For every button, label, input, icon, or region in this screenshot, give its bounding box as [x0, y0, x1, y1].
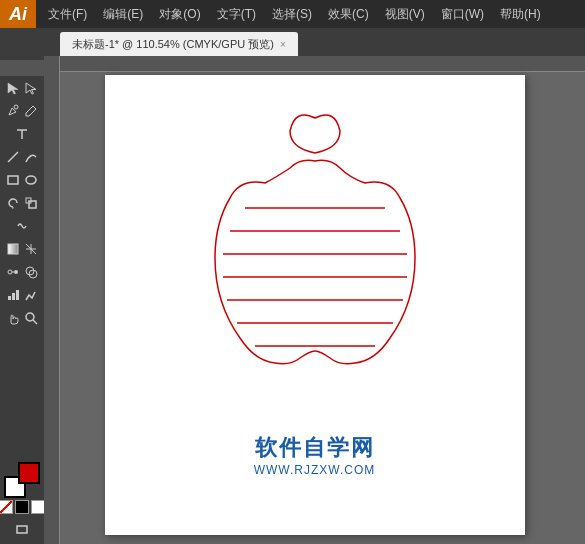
menu-select[interactable]: 选择(S) — [264, 0, 320, 28]
zoom-tool[interactable] — [22, 307, 40, 329]
blend-tool[interactable] — [4, 261, 22, 283]
apple-logo-container: 软件自学网 WWW.RJZXW.COM — [185, 103, 445, 477]
menu-bar: Ai 文件(F) 编辑(E) 对象(O) 文字(T) 选择(S) 效果(C) 视… — [0, 0, 585, 28]
watermark-url: WWW.RJZXW.COM — [254, 463, 376, 477]
main-area: 软件自学网 WWW.RJZXW.COM — [0, 56, 585, 544]
hand-tool[interactable] — [4, 307, 22, 329]
fill-stroke-swatches[interactable] — [4, 462, 40, 498]
menu-object[interactable]: 对象(O) — [151, 0, 208, 28]
menu-text[interactable]: 文字(T) — [209, 0, 264, 28]
menu-file[interactable]: 文件(F) — [40, 0, 95, 28]
paint-tool-group — [4, 238, 40, 260]
shape-tool-group — [4, 169, 40, 191]
svg-rect-3 — [29, 201, 36, 208]
graph-tool-group — [4, 284, 40, 306]
menu-edit[interactable]: 编辑(E) — [95, 0, 151, 28]
canvas-area[interactable]: 软件自学网 WWW.RJZXW.COM — [44, 56, 585, 544]
document-canvas: 软件自学网 WWW.RJZXW.COM — [105, 75, 525, 535]
selection-tool[interactable] — [4, 77, 22, 99]
gradient-tool[interactable] — [4, 238, 22, 260]
pencil-tool[interactable] — [22, 100, 40, 122]
svg-rect-5 — [8, 244, 18, 254]
tab-close-button[interactable]: × — [280, 39, 286, 50]
vertical-ruler — [44, 56, 60, 544]
menu-items: 文件(F) 编辑(E) 对象(O) 文字(T) 选择(S) 效果(C) 视图(V… — [36, 0, 549, 28]
type-tool[interactable] — [4, 123, 40, 145]
rotate-tool[interactable] — [4, 192, 22, 214]
pen-tool-group — [4, 100, 40, 122]
menu-help[interactable]: 帮助(H) — [492, 0, 549, 28]
menu-view[interactable]: 视图(V) — [377, 0, 433, 28]
ellipse-tool[interactable] — [22, 169, 40, 191]
color-swatches — [0, 462, 44, 544]
app-logo: Ai — [0, 0, 36, 28]
watermark: 软件自学网 WWW.RJZXW.COM — [254, 433, 376, 477]
direct-selection-tool[interactable] — [22, 77, 40, 99]
shape-builder-tool[interactable] — [22, 261, 40, 283]
selection-tool-group — [4, 77, 40, 99]
white-swatch[interactable] — [31, 500, 44, 514]
arc-tool[interactable] — [22, 146, 40, 168]
toolbar — [0, 56, 44, 544]
black-swatch[interactable] — [15, 500, 29, 514]
svg-rect-14 — [17, 526, 27, 533]
blend-tool-group — [4, 261, 40, 283]
svg-point-13 — [26, 313, 34, 321]
svg-rect-12 — [16, 290, 19, 300]
svg-rect-10 — [8, 296, 11, 300]
svg-point-2 — [26, 176, 36, 184]
graph-tool[interactable] — [4, 284, 22, 306]
horizontal-ruler — [44, 56, 585, 72]
transform-tool-group — [4, 192, 40, 214]
svg-point-6 — [8, 270, 12, 274]
none-swatch[interactable] — [0, 500, 13, 514]
line-tool[interactable] — [4, 146, 22, 168]
pen-tool[interactable] — [4, 100, 22, 122]
apple-logo-svg — [185, 103, 445, 423]
svg-rect-1 — [8, 176, 18, 184]
document-tab[interactable]: 未标题-1* @ 110.54% (CMYK/GPU 预览) × — [60, 32, 298, 56]
svg-point-0 — [14, 105, 18, 109]
mesh-tool[interactable] — [22, 238, 40, 260]
warp-tool[interactable] — [4, 215, 40, 237]
menu-effect[interactable]: 效果(C) — [320, 0, 377, 28]
tab-bar: 未标题-1* @ 110.54% (CMYK/GPU 预览) × — [0, 28, 585, 56]
svg-rect-11 — [12, 293, 15, 300]
watermark-title: 软件自学网 — [254, 433, 376, 463]
screen-mode-button[interactable] — [4, 518, 40, 540]
menu-window[interactable]: 窗口(W) — [433, 0, 492, 28]
ruler-corner — [0, 60, 44, 76]
quick-color-row — [0, 500, 44, 514]
tab-label: 未标题-1* @ 110.54% (CMYK/GPU 预览) — [72, 37, 274, 52]
navigate-tool-group — [4, 307, 40, 329]
data-graph-tool[interactable] — [22, 284, 40, 306]
rectangle-tool[interactable] — [4, 169, 22, 191]
svg-point-7 — [14, 270, 18, 274]
fill-swatch[interactable] — [18, 462, 40, 484]
scale-tool[interactable] — [22, 192, 40, 214]
line-tool-group — [4, 146, 40, 168]
